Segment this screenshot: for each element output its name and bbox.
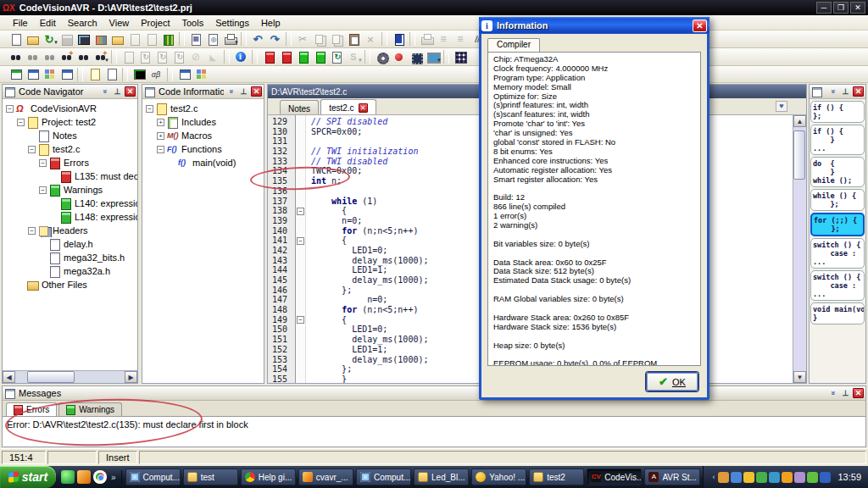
tree-item-macros[interactable]: +M()Macros [142,129,264,142]
task-button-cvavr-[interactable]: cvavr_... [298,469,353,485]
menu-file[interactable]: File [7,16,34,30]
menu-help[interactable]: Help [255,16,287,30]
clean-icon[interactable] [204,49,221,64]
find-previous-icon[interactable] [41,49,58,64]
close-icon[interactable]: ✕ [853,388,864,398]
task-button-help-gi-[interactable]: Help gi... [241,469,296,485]
close-icon[interactable]: ✕ [251,86,262,97]
chip-programmer-icon[interactable] [407,49,424,64]
tree-item-mega32a-h[interactable]: mega32a.h [3,264,137,278]
quick-launch-browser-icon[interactable] [93,470,107,484]
code-template-3[interactable]: do { } while (); [810,157,865,187]
notes-icon[interactable] [390,31,407,47]
task-button-test[interactable]: test [183,469,238,485]
code-template-2[interactable]: if () { } ... [810,125,865,155]
print-file-icon[interactable] [418,31,435,47]
scroll-up-icon[interactable]: ▲ [793,115,806,127]
copy-append-icon[interactable] [328,31,345,47]
dialog-close-icon[interactable]: ✕ [693,19,707,32]
tray-alert-icon[interactable] [782,472,793,483]
find-in-files-icon[interactable] [75,49,92,64]
close-button[interactable]: ✕ [850,2,865,14]
compile-icon[interactable] [136,49,153,64]
tray-editor-icon[interactable] [820,472,831,483]
tree-item-l148-expression-w[interactable]: L148: expression w [3,210,137,224]
close-project-icon[interactable] [142,31,159,47]
previous-error-icon[interactable] [260,49,277,64]
menu-project[interactable]: Project [135,16,175,30]
code-template-1[interactable]: if () { }; [810,101,865,123]
toggle-code-navigator-icon[interactable] [7,67,24,82]
editor-tab-test2-c[interactable]: test2.c✕ [320,99,376,114]
build-all-icon[interactable] [170,49,187,64]
pin-icon[interactable]: ⊥ [840,388,851,398]
view-notes-icon[interactable] [86,67,103,82]
tray-antivirus-icon[interactable] [769,472,780,483]
toggle-code-information-icon[interactable] [24,67,41,82]
editor-tab-notes[interactable]: Notes [280,100,319,114]
error-message-text[interactable]: Error: D:\AVR\test2\test2.c(135): must d… [3,416,865,446]
menu-search[interactable]: Search [62,16,103,30]
start-button[interactable]: start [0,466,56,488]
code-template-8[interactable]: void main(vo } [810,302,865,324]
refresh-messages-icon[interactable] [328,49,345,64]
tree-item-errors[interactable]: −Errors [3,156,137,169]
indent-block-right-icon[interactable] [452,31,469,47]
tray-phone-icon[interactable] [756,472,767,483]
next-error-icon[interactable] [277,49,294,64]
pin-icon[interactable]: ⊥ [840,86,851,97]
close-icon[interactable]: ✕ [853,86,864,97]
fold-marker[interactable]: − [296,236,305,246]
print-icon[interactable]: ▼ [221,31,238,47]
tree-item-functions[interactable]: −F()Functions [142,142,264,156]
menu-tools[interactable]: Tools [175,16,209,30]
tab-close-icon[interactable]: ✕ [359,103,368,113]
dialog-titlebar[interactable]: i Information ✕ [479,17,709,34]
tree-item-headers[interactable]: −Headers [3,224,137,237]
tree-item-test2-c[interactable]: −test2.c [142,102,264,115]
delete-icon[interactable] [362,31,379,47]
editor-vertical-scrollbar[interactable]: ▲ ▼ [793,115,806,383]
tray-network-icon[interactable] [731,472,742,483]
toggle-messages-icon[interactable] [58,67,75,82]
tree-item-mega32-bits-h[interactable]: mega32_bits.h [3,251,137,264]
chevron-down-icon[interactable]: » [226,86,236,97]
task-button-test2[interactable]: test2 [529,469,584,485]
quick-launch-overflow-icon[interactable]: » [111,473,116,482]
project-package-icon[interactable] [92,31,108,47]
find-icon[interactable] [7,49,24,64]
undo-icon[interactable] [249,31,266,47]
configure-project-icon[interactable] [373,49,390,64]
indent-block-left-icon[interactable] [435,31,452,47]
scroll-thumb[interactable] [27,371,75,383]
new-file-icon[interactable] [7,31,24,47]
tree-item-delay-h[interactable]: delay.h [3,237,137,251]
code-template-5[interactable]: for (;;) { }; [810,213,865,236]
terminal-window-icon[interactable] [131,67,147,82]
menu-view[interactable]: View [103,16,136,30]
restore-button[interactable]: ❐ [833,2,849,14]
copy-icon[interactable] [311,31,328,47]
expand-icon[interactable]: + [157,119,164,126]
task-button-comput-[interactable]: Comput... [125,469,181,485]
tray-chevron-icon[interactable]: ‹ [712,473,715,481]
expand-icon[interactable]: + [157,132,164,140]
tree-item-project-test2[interactable]: −Project: test2 [3,115,137,129]
task-button-yahoo-[interactable]: Yahoo! ... [471,469,526,485]
stack-monitor-icon[interactable]: ▼ [345,49,362,64]
open-file-icon[interactable] [24,31,41,47]
chevron-down-icon[interactable]: » [828,388,838,399]
tree-item-other-files[interactable]: Other Files [3,278,137,291]
windows-cascade-icon[interactable] [175,67,192,82]
tree-item-main-void-[interactable]: f()main(void) [142,156,264,169]
menu-settings[interactable]: Settings [209,16,255,30]
code-template-7[interactable]: switch () { case : ... [810,270,865,301]
cut-icon[interactable] [294,31,311,47]
windows-tile-icon[interactable] [192,67,209,82]
messages-tab-errors[interactable]: Errors [6,402,57,416]
next-warning-icon[interactable] [311,49,328,64]
pin-icon[interactable]: ⊥ [112,86,123,97]
code-template-6[interactable]: switch () { case : ... [810,238,865,269]
replace-icon[interactable] [58,49,75,64]
menu-edit[interactable]: Edit [34,16,62,30]
